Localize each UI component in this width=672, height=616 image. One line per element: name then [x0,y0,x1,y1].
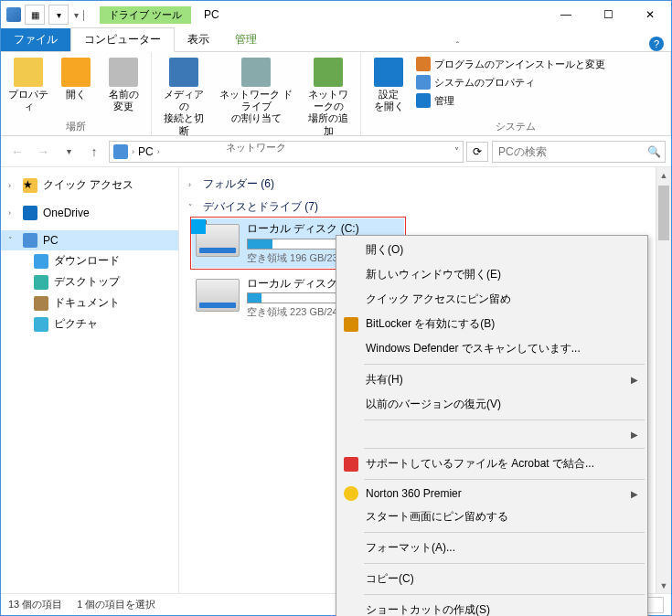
status-selection: 1 個の項目を選択 [77,598,155,611]
nav-history-button[interactable]: ▾ [58,141,80,163]
cm-bitlocker[interactable]: BitLocker を有効にする(B) [338,312,645,336]
cm-sep-6 [364,563,645,564]
ribbon-add-location-button[interactable]: ネットワークの 場所の追加 [302,56,355,139]
nav-documents-label: ドキュメント [54,295,120,311]
cm-submenu-arrow-row[interactable]: x▶ [338,423,645,445]
cm-open-label: 開く(O) [366,242,403,258]
nav-back-button[interactable]: ← [6,141,28,163]
scroll-down-button[interactable]: ▼ [656,578,671,593]
cm-open-new-window[interactable]: 新しいウィンドウで開く(E) [338,262,645,287]
nav-desktop[interactable]: デスクトップ [1,271,178,292]
nav-forward-button[interactable]: → [32,141,54,163]
downloads-icon [34,254,48,269]
cm-new-window-label: 新しいウィンドウで開く(E) [366,267,501,282]
ribbon-uninstall-button[interactable]: プログラムのアンインストールと変更 [414,56,607,72]
ribbon-map-drive-button[interactable]: ネットワーク ドライブ の割り当て [214,56,298,139]
cm-pin-quick-label: クイック アクセスにピン留め [366,292,511,307]
cm-pin-quick-access[interactable]: クイック アクセスにピン留め [338,287,645,312]
cm-acrobat-combine[interactable]: サポートしているファイルを Acrobat で結合... [338,451,645,476]
content-scrollbar[interactable]: ▲ ▼ [656,167,671,593]
search-icon: 🔍 [647,145,661,158]
cm-norton-label: Norton 360 Premier [366,487,462,500]
cm-share[interactable]: 共有(H)▶ [338,367,645,392]
ribbon-open-button[interactable]: 開く [54,56,98,114]
cm-pin-start[interactable]: スタート画面にピン留めする [338,504,645,529]
ribbon-rename-button[interactable]: 名前の 変更 [101,56,145,114]
open-folder-icon [61,58,91,87]
nav-downloads[interactable]: ダウンロード [1,250,178,271]
cm-sep-3 [364,448,645,449]
close-button[interactable]: ✕ [629,1,671,28]
tab-manage[interactable]: 管理 [222,28,270,51]
ribbon-sysprop-button[interactable]: システムのプロパティ [414,74,607,90]
ribbon-media-label: メディアの 接続と切断 [159,89,208,137]
scroll-thumb[interactable] [658,186,669,240]
nav-pc-label: PC [43,234,59,247]
search-box[interactable]: 🔍 [492,141,666,163]
help-icon[interactable]: ? [649,37,664,51]
cm-format[interactable]: フォーマット(A)... [338,536,645,560]
qat-properties-button[interactable]: ▦ [25,5,45,25]
desktop-icon [34,275,48,290]
search-input[interactable] [496,144,644,159]
nav-documents[interactable]: ドキュメント [1,292,178,313]
address-dropdown-button[interactable]: ˅ [454,146,459,156]
cm-norton[interactable]: Norton 360 Premier ▶ [338,483,645,504]
minimize-button[interactable]: — [545,1,587,28]
tab-file[interactable]: ファイル [1,28,70,51]
cm-defender-scan[interactable]: Windows Defender でスキャンしています... [338,336,645,361]
nav-pc[interactable]: ˅ PC [1,230,178,250]
tab-computer[interactable]: コンピューター [70,27,175,52]
cm-sep-7 [364,594,645,595]
nav-onedrive-label: OneDrive [43,207,90,219]
tab-view[interactable]: 表示 [175,28,222,51]
maximize-button[interactable]: ☐ [587,1,629,28]
ribbon: プロパティ 開く 名前の 変更 場所 メディアの 接続と切断 [1,52,671,136]
ribbon-media-button[interactable]: メディアの 接続と切断 [157,56,210,139]
section-devices[interactable]: ˅ デバイスとドライブ (7) [188,196,671,218]
cm-sep-2 [364,420,645,420]
section-devices-label: デバイスとドライブ (7) [203,199,318,215]
ribbon-group-location-label: 場所 [6,118,145,135]
ribbon-map-drive-label: ネットワーク ドライブ の割り当て [216,89,296,125]
ribbon-uninstall-label: プログラムのアンインストールと変更 [434,58,605,71]
cm-open[interactable]: 開く(O) [338,238,645,262]
refresh-button[interactable]: ⟳ [466,142,488,162]
nav-quick-access-label: クイック アクセス [43,177,133,193]
nav-onedrive[interactable]: › OneDrive [1,203,178,223]
section-folders[interactable]: › フォルダー (6) [188,173,671,196]
nav-up-button[interactable]: ↑ [83,141,105,163]
chevron-right-icon: ▶ [631,430,638,440]
pictures-icon [34,317,48,332]
ribbon-tabs: ファイル コンピューター 表示 管理 ˆ ? [1,28,671,52]
ribbon-settings-button[interactable]: 設定 を開く [367,56,411,114]
ribbon-sysprop-label: システムのプロパティ [434,76,535,90]
nav-quick-access[interactable]: › ★ クイック アクセス [1,175,178,196]
cm-restore-versions[interactable]: 以前のバージョンの復元(V) [338,392,645,417]
explorer-window: ▦ ▾ ▾ │ ドライブ ツール PC — ☐ ✕ ファイル コンピューター 表… [0,0,672,616]
bitlocker-icon [344,317,358,332]
drive-c-icon [196,224,240,257]
cm-restore-label: 以前のバージョンの復元(V) [366,397,501,412]
app-icon [6,7,21,22]
ribbon-properties-button[interactable]: プロパティ [6,56,50,114]
address-bar[interactable]: › PC › ˅ [109,141,464,163]
breadcrumb-pc[interactable]: PC [138,145,154,158]
cm-shortcut-label: ショートカットの作成(S) [366,602,490,616]
norton-icon [344,486,358,501]
view-tiles-button[interactable] [645,597,664,613]
scroll-up-button[interactable]: ▲ [656,167,671,183]
cm-create-shortcut[interactable]: ショートカットの作成(S) [338,598,645,616]
qat-overflow[interactable]: ▾ │ [72,10,89,20]
status-item-count: 13 個の項目 [8,598,62,611]
ribbon-add-location-label: ネットワークの 場所の追加 [304,89,353,137]
address-row: ← → ▾ ↑ › PC › ˅ ⟳ 🔍 [1,136,671,167]
ribbon-collapse-caret[interactable]: ˆ [456,41,459,51]
nav-pictures[interactable]: ピクチャ [1,313,178,335]
cm-bitlocker-label: BitLocker を有効にする(B) [366,316,495,332]
cm-copy[interactable]: コピー(C) [338,567,645,591]
qat-new-folder-button[interactable]: ▾ [48,5,69,25]
ribbon-manage-button[interactable]: 管理 [414,92,607,109]
cm-copy-label: コピー(C) [366,571,414,587]
system-properties-icon [416,75,431,90]
